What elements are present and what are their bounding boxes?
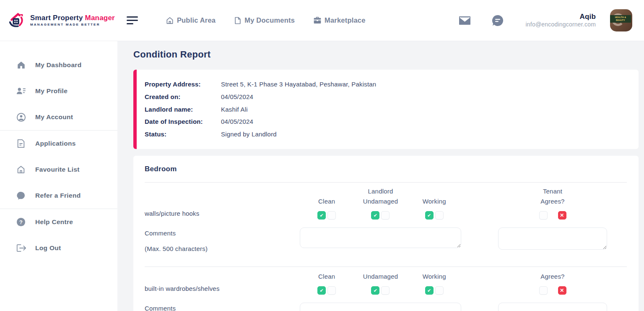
- logo-title-primary: Smart Property: [30, 14, 83, 22]
- sidebar-item-label: My Dashboard: [35, 61, 81, 69]
- column-header-clean: Clean: [300, 198, 353, 209]
- document-icon: [234, 16, 242, 25]
- top-nav: Public Area My Documents Marketplace: [166, 16, 366, 25]
- sidebar: My Dashboard My Profile: [0, 41, 117, 311]
- app-logo[interactable]: Smart Property Manager MANAGEMENT MADE B…: [8, 11, 115, 30]
- checkbox-clean-no[interactable]: [327, 211, 336, 220]
- tenant-comments-textarea[interactable]: [498, 303, 607, 311]
- nav-marketplace[interactable]: Marketplace: [313, 16, 366, 24]
- top-header: Smart Property Manager MANAGEMENT MADE B…: [0, 0, 644, 41]
- summary-row: Created on: 04/05/2024: [145, 91, 628, 103]
- refer-icon: [16, 191, 26, 201]
- main-content: Condition Report Property Address: Stree…: [117, 41, 644, 311]
- landlord-columns: Clean Undamaged Working: [300, 267, 461, 299]
- column-header-working: Working: [408, 198, 461, 209]
- sidebar-item-label: Applications: [35, 140, 76, 147]
- summary-row: Date of Inspection: 04/05/2024: [145, 115, 628, 128]
- checkbox-undamaged-yes[interactable]: [371, 211, 379, 220]
- user-info[interactable]: Aqib info@encodingcorner.com: [526, 12, 596, 29]
- profile-icon: [16, 86, 26, 96]
- column-header-agrees: Agrees?: [498, 273, 607, 284]
- checkbox-agrees-no[interactable]: [558, 211, 566, 220]
- tenant-comments-textarea[interactable]: [498, 227, 607, 250]
- nav-my-documents[interactable]: My Documents: [234, 16, 295, 25]
- page-title: Condition Report: [133, 49, 639, 60]
- comments-row: Comments (Max. 500 characters): [145, 303, 627, 311]
- item-label: built-in wardrobes/shelves: [145, 285, 263, 292]
- sidebar-item-label: Refer a Friend: [35, 192, 80, 199]
- column-header-clean: Clean: [300, 273, 353, 284]
- applications-icon: [16, 139, 26, 149]
- sidebar-item-applications[interactable]: Applications: [0, 131, 117, 157]
- sidebar-item-help-centre[interactable]: ? Help Centre: [0, 209, 117, 235]
- favourite-icon: [16, 165, 26, 175]
- condition-item-row: walls/picture hooks Landlord Clean Undam…: [145, 183, 627, 224]
- column-header-undamaged: Undamaged: [353, 198, 407, 209]
- sidebar-item-my-dashboard[interactable]: My Dashboard: [0, 52, 117, 78]
- landlord-comments-textarea[interactable]: [300, 227, 461, 248]
- help-icon: ?: [16, 217, 26, 227]
- logo-text: Smart Property Manager MANAGEMENT MADE B…: [30, 14, 115, 26]
- bedroom-section-card: Bedroom walls/picture hooks Landlord Cle…: [133, 156, 639, 311]
- nav-public-area-label: Public Area: [177, 16, 216, 24]
- checkbox-clean-yes[interactable]: [317, 286, 326, 295]
- field-label: Date of Inspection:: [145, 115, 221, 128]
- checkbox-agrees-no[interactable]: [558, 286, 566, 295]
- checkbox-working-no[interactable]: [435, 286, 444, 295]
- checkbox-clean-yes[interactable]: [317, 211, 326, 220]
- sidebar-item-favourite-list[interactable]: Favourite List: [0, 157, 117, 183]
- sidebar-item-label: Favourite List: [35, 166, 80, 173]
- checkbox-undamaged-no[interactable]: [381, 286, 390, 295]
- sidebar-item-log-out[interactable]: Log Out: [0, 235, 117, 261]
- summary-row: Status: Signed by Landlord: [145, 128, 628, 141]
- comments-row: Comments (Max. 500 characters): [145, 227, 627, 252]
- chat-icon[interactable]: [491, 14, 504, 27]
- sidebar-item-label: Help Centre: [35, 218, 73, 226]
- app-root: Smart Property Manager MANAGEMENT MADE B…: [0, 0, 644, 311]
- room-heading: Bedroom: [145, 165, 627, 173]
- sidebar-item-refer-a-friend[interactable]: Refer a Friend: [0, 183, 117, 209]
- logo-tagline: MANAGEMENT MADE BETTER: [30, 23, 115, 26]
- field-label: Landlord name:: [145, 103, 221, 116]
- nav-marketplace-label: Marketplace: [325, 16, 366, 24]
- checkbox-working-no[interactable]: [435, 211, 444, 220]
- sidebar-item-my-profile[interactable]: My Profile: [0, 78, 117, 104]
- sidebar-item-label: My Account: [35, 113, 73, 121]
- checkbox-agrees-yes[interactable]: [539, 211, 548, 220]
- sidebar-item-label: Log Out: [35, 244, 61, 252]
- logo-house-icon: [8, 11, 27, 30]
- tenant-column: Tenant Agrees?: [498, 183, 607, 224]
- menu-toggle-button[interactable]: [127, 16, 138, 24]
- sidebar-item-my-account[interactable]: My Account: [0, 104, 117, 130]
- landlord-comments-textarea[interactable]: [300, 303, 461, 311]
- header-right: Aqib info@encodingcorner.com HEALTH & BE…: [459, 9, 632, 31]
- user-email: info@encodingcorner.com: [526, 21, 596, 29]
- report-summary-card: Property Address: Street 5, K-1 Phase 3 …: [133, 70, 639, 149]
- checkbox-working-yes[interactable]: [425, 286, 434, 295]
- logout-icon: [16, 243, 26, 253]
- account-icon: [16, 112, 26, 122]
- created-on-value: 04/05/2024: [221, 91, 253, 103]
- briefcase-icon: [313, 16, 322, 24]
- checkbox-undamaged-no[interactable]: [381, 211, 390, 220]
- mail-icon[interactable]: [459, 14, 471, 27]
- checkbox-agrees-yes[interactable]: [539, 286, 548, 295]
- field-label: Status:: [145, 128, 221, 141]
- item-label: walls/picture hooks: [145, 210, 263, 217]
- comments-hint: (Max. 500 characters): [145, 245, 263, 252]
- checkbox-working-yes[interactable]: [425, 211, 434, 220]
- checkbox-undamaged-yes[interactable]: [371, 286, 379, 295]
- avatar-text: HEALTH & BEAUTY: [610, 15, 631, 23]
- comments-label: Comments: [145, 230, 263, 237]
- column-header-undamaged: Undamaged: [353, 273, 407, 284]
- nav-public-area[interactable]: Public Area: [166, 16, 216, 25]
- status-value: Signed by Landlord: [221, 128, 277, 141]
- logo-title-accent: Manager: [85, 14, 115, 22]
- tenant-column: Agrees?: [498, 267, 607, 299]
- home-icon: [166, 16, 174, 25]
- user-name: Aqib: [526, 12, 596, 21]
- landlord-columns: Landlord Clean Undamaged Working: [300, 183, 461, 224]
- checkbox-clean-no[interactable]: [327, 286, 336, 295]
- summary-row: Landlord name: Kashif Ali: [145, 103, 628, 116]
- user-avatar[interactable]: HEALTH & BEAUTY: [610, 9, 632, 31]
